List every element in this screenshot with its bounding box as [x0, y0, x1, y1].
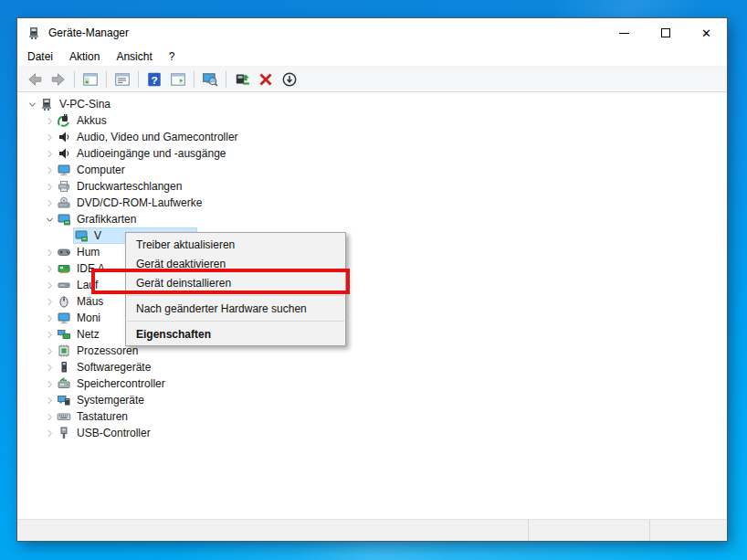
tree-item-computer[interactable]: Computer — [17, 162, 727, 178]
chevron-right-icon[interactable] — [42, 393, 57, 407]
tree-item-ide-a[interactable]: IDE A — [17, 260, 727, 277]
context-menu-item-treiber-aktualisieren[interactable]: Treiber aktualisieren — [126, 235, 345, 254]
chevron-right-icon[interactable] — [42, 130, 57, 144]
tree-item-v[interactable]: V — [17, 227, 727, 244]
tb-uninstall-icon — [258, 71, 274, 88]
chevron-right-icon[interactable] — [42, 278, 57, 292]
minimize-button[interactable] — [604, 18, 645, 48]
svg-text:?: ? — [151, 73, 157, 86]
close-icon: ✕ — [701, 27, 711, 39]
tree-item-audio-video-und-gamecontroller[interactable]: Audio, Video und Gamecontroller — [17, 129, 727, 145]
chevron-right-icon[interactable] — [42, 261, 57, 276]
menu-datei[interactable]: Datei — [19, 48, 61, 66]
update-driver-button[interactable] — [231, 69, 253, 90]
menu-ansicht[interactable]: Ansicht — [108, 48, 160, 66]
tree-item-dvd-cd-rom-laufwerke[interactable]: DVD/CD-ROM-Laufwerke — [17, 195, 727, 211]
tree-item-softwaregeräte[interactable]: Softwaregeräte — [17, 359, 727, 375]
close-button[interactable]: ✕ — [686, 18, 727, 48]
tb-scan-icon — [202, 71, 218, 88]
storage-controller-icon — [57, 376, 73, 391]
tree-item-label: Akkus — [73, 114, 107, 127]
tree-item-label: DVD/CD-ROM-Laufwerke — [73, 196, 202, 209]
chevron-right-icon[interactable] — [42, 376, 57, 391]
menu-hilfe[interactable]: ? — [161, 48, 184, 66]
context-menu-item-nach-geänderter-hardware-suchen[interactable]: Nach geänderter Hardware suchen — [126, 299, 345, 318]
ide-controller-icon — [57, 261, 73, 276]
chevron-right-icon[interactable] — [42, 311, 57, 325]
caption-buttons: ✕ — [604, 18, 727, 48]
tree-item-usb-controller[interactable]: USB-Controller — [17, 425, 727, 441]
toolbar-separator — [194, 71, 195, 88]
tree-item-mäus[interactable]: Mäus — [17, 293, 727, 310]
speaker-icon — [57, 146, 73, 161]
toolbar-separator — [106, 71, 107, 88]
device-tree: V-PC-SinaAkkusAudio, Video und Gamecontr… — [17, 92, 727, 519]
action-pane-button[interactable] — [167, 69, 189, 90]
chevron-right-icon[interactable] — [42, 426, 57, 440]
statusbar-cell — [528, 520, 649, 541]
context-menu-item-gerät-deaktivieren[interactable]: Gerät deaktivieren — [126, 254, 345, 273]
tree-item-label: Speichercontroller — [73, 377, 165, 390]
tree-item-hum[interactable]: Hum — [17, 244, 727, 260]
chevron-right-icon[interactable] — [42, 294, 57, 309]
statusbar — [17, 519, 727, 541]
tb-update-icon — [234, 71, 250, 88]
chevron-right-icon[interactable] — [42, 360, 57, 375]
tree-item-systemgeräte[interactable]: Systemgeräte — [17, 392, 727, 408]
desktop: Geräte-Manager ✕ DateiAktionAnsicht? ? V… — [0, 0, 747, 560]
tree-item-netz[interactable]: Netz — [17, 326, 727, 343]
chevron-down-icon[interactable] — [42, 212, 57, 227]
chevron-right-icon[interactable] — [42, 163, 57, 177]
toolbar-separator — [138, 71, 139, 88]
menu-aktion[interactable]: Aktion — [61, 48, 108, 66]
chevron-right-icon[interactable] — [42, 179, 57, 194]
chevron-right-icon[interactable] — [42, 245, 57, 259]
tree-item-druckwarteschlangen[interactable]: Druckwarteschlangen — [17, 178, 727, 195]
tree-item-prozessoren[interactable]: Prozessoren — [17, 343, 727, 359]
back-button[interactable] — [24, 69, 46, 90]
maximize-button[interactable] — [645, 18, 686, 48]
chevron-right-icon[interactable] — [42, 343, 57, 358]
context-menu: Treiber aktualisierenGerät deaktivierenG… — [125, 232, 346, 346]
tree-item-label: Hum — [73, 246, 100, 259]
forward-button[interactable] — [47, 69, 69, 90]
titlebar[interactable]: Geräte-Manager ✕ — [17, 18, 727, 48]
tree-item-label: Netz — [73, 328, 100, 341]
tree-item-lauf[interactable]: Lauf — [17, 277, 727, 293]
uninstall-device-button[interactable] — [255, 69, 277, 90]
scan-hardware-button[interactable] — [199, 69, 221, 90]
context-menu-item-gerät-deinstallieren[interactable]: Gerät deinstallieren — [126, 273, 345, 292]
chevron-right-icon[interactable] — [42, 195, 57, 210]
keyboard-icon — [57, 409, 73, 424]
tree-item-label: V — [90, 229, 101, 242]
show-console-tree-button[interactable] — [79, 69, 101, 90]
chevron-right-icon[interactable] — [42, 409, 57, 424]
device-manager-window: Geräte-Manager ✕ DateiAktionAnsicht? ? V… — [17, 18, 727, 541]
tree-item-tastaturen[interactable]: Tastaturen — [17, 408, 727, 425]
tree-item-label: Audioeingänge und -ausgänge — [73, 147, 226, 160]
tree-item-akkus[interactable]: Akkus — [17, 112, 727, 129]
tree-item-label: Softwaregeräte — [73, 361, 151, 374]
statusbar-cell — [649, 520, 727, 541]
tree-item-speichercontroller[interactable]: Speichercontroller — [17, 375, 727, 392]
tree-item-label: V-PC-Sina — [56, 98, 110, 111]
tb-forward-icon — [50, 71, 67, 88]
maximize-icon — [661, 28, 670, 37]
tree-item-moni[interactable]: Moni — [17, 310, 727, 326]
help-button[interactable]: ? — [143, 69, 165, 90]
tree-item-label: Grafikkarten — [73, 213, 136, 226]
tree-item-v-pc-sina[interactable]: V-PC-Sina — [17, 96, 727, 112]
tree-item-grafikkarten[interactable]: Grafikkarten — [17, 211, 727, 227]
tree-item-label: IDE A — [73, 262, 105, 275]
chevron-down-icon[interactable] — [25, 97, 39, 111]
disable-device-button[interactable] — [279, 69, 300, 90]
printer-icon — [57, 179, 73, 194]
tree-item-audioeingänge-und-ausgänge[interactable]: Audioeingänge und -ausgänge — [17, 145, 727, 162]
chevron-right-icon[interactable] — [42, 327, 57, 342]
chevron-right-icon[interactable] — [42, 146, 57, 161]
statusbar-main — [17, 520, 528, 541]
tb-properties-icon — [114, 71, 131, 88]
context-menu-item-eigenschaften[interactable]: Eigenschaften — [126, 324, 345, 343]
properties-button[interactable] — [111, 69, 133, 90]
chevron-right-icon[interactable] — [42, 113, 57, 128]
